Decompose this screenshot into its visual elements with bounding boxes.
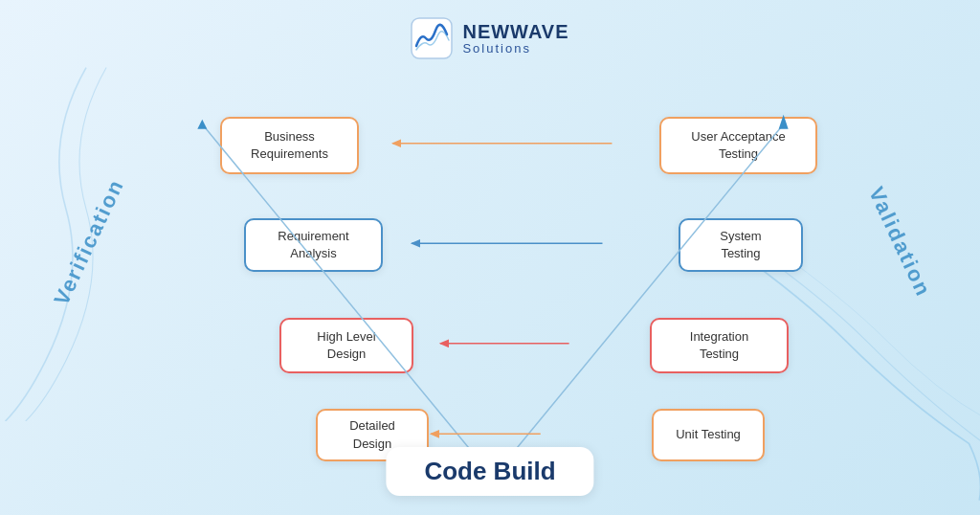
verification-label: Verification [49,175,129,309]
logo-solutions: Solutions [462,42,568,56]
code-build-label: Code Build [386,447,593,496]
diagram-area: Verification Validation [0,77,980,515]
logo-text: NEWWAVE Solutions [462,21,568,56]
logo-newwave: NEWWAVE [462,21,568,42]
svg-marker-3 [197,120,207,129]
box-integration-testing: Integration Testing [650,318,789,373]
logo-icon [411,17,453,59]
box-business-requirements: Business Requirements [220,117,359,174]
box-system-testing: System Testing [679,218,803,272]
header: NEWWAVE Solutions [0,0,980,59]
box-unit-testing: Unit Testing [652,409,765,461]
box-requirement-analysis: Requirement Analysis [244,218,383,272]
validation-label: Validation [863,183,936,301]
box-user-acceptance-testing: User Acceptance Testing [659,117,817,174]
box-high-level-design: High Level Design [279,318,413,373]
